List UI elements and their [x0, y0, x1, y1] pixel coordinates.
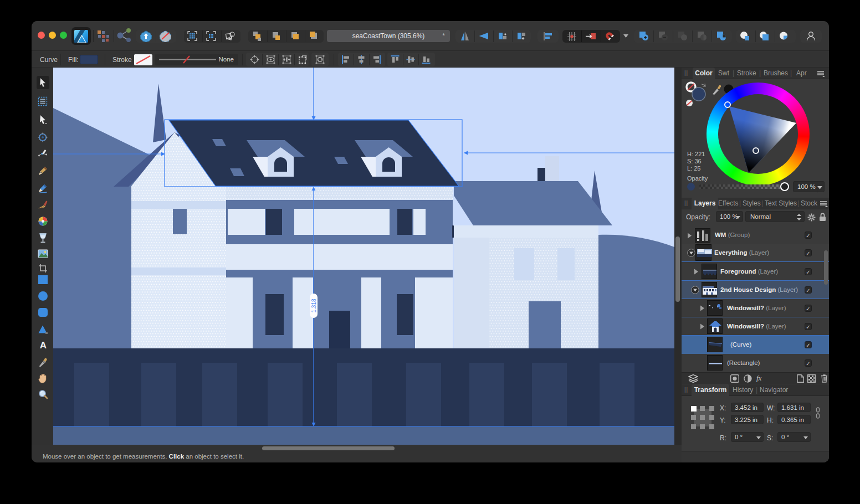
- svg-text:1.318: 1.318: [311, 299, 317, 312]
